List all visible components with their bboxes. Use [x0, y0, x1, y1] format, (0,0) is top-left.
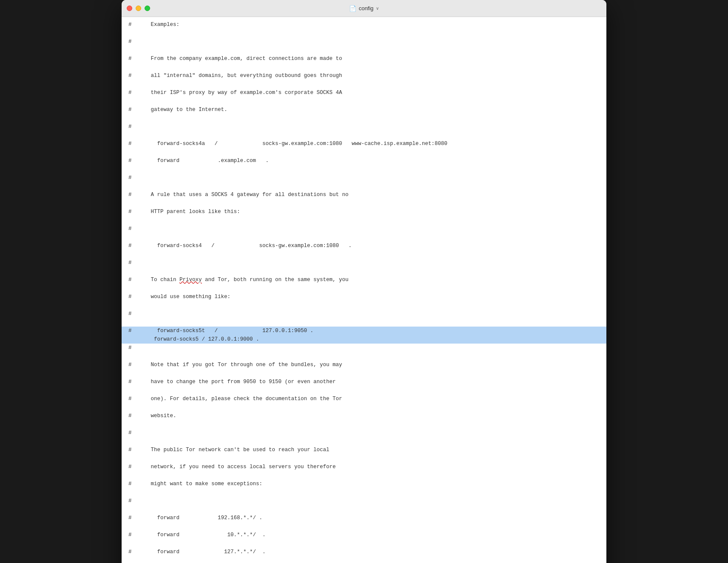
code-line: # forward-socks4a / socks-gw.example.com… — [128, 139, 600, 148]
privoxy-link: Privoxy — [179, 277, 202, 283]
highlighted-line: # forward-socks5t / 127.0.0.1:9050 . — [122, 327, 606, 335]
code-line: # — [128, 259, 600, 267]
title-area: 📄 config ∨ — [349, 5, 379, 12]
code-line: # all "internal" domains, but everything… — [128, 71, 600, 80]
code-line: # — [128, 497, 600, 505]
file-icon: 📄 — [349, 5, 356, 12]
title-chevron-icon: ∨ — [376, 6, 379, 11]
code-line: # their ISP's proxy by way of example.co… — [128, 88, 600, 97]
code-line: # The public Tor network can't be used t… — [128, 446, 600, 454]
code-line: # From the company example.com, direct c… — [128, 54, 600, 63]
traffic-lights — [127, 6, 150, 11]
main-window: 📄 config ∨ # Examples: # # From the comp… — [122, 0, 606, 563]
code-line: # network, if you need to access local s… — [128, 463, 600, 471]
code-line: # HTTP parent looks like this: — [128, 208, 600, 216]
window-title: config — [359, 5, 374, 11]
maximize-button[interactable] — [145, 6, 150, 11]
code-line: # — [128, 429, 600, 437]
code-line: # forward 127.*.*.*/ . — [128, 548, 600, 556]
editor-area[interactable]: # Examples: # # From the company example… — [122, 17, 606, 563]
code-line: # website. — [128, 412, 600, 420]
code-line: # might want to make some exceptions: — [128, 480, 600, 488]
code-line: # one). For details, please check the do… — [128, 395, 600, 403]
code-line: # Note that if you got Tor through one o… — [128, 361, 600, 369]
code-line: # — [128, 122, 600, 131]
code-line: # forward-socks4 / socks-gw.example.com:… — [128, 242, 600, 250]
code-line: # forward 192.168.*.*/ . — [128, 514, 600, 522]
code-line: # To chain Privoxy and Tor, both running… — [128, 276, 600, 284]
code-line: # forward 10.*.*.*/ . — [128, 531, 600, 539]
code-line: # — [128, 173, 600, 182]
minimize-button[interactable] — [136, 6, 141, 11]
code-line: # — [128, 225, 600, 233]
code-line: # forward .example.com . — [128, 156, 600, 165]
code-line: # gateway to the Internet. — [128, 105, 600, 114]
code-line: # A rule that uses a SOCKS 4 gateway for… — [128, 191, 600, 199]
highlighted-line: forward-socks5 / 127.0.0.1:9000 . — [122, 335, 606, 344]
code-line: # have to change the port from 9050 to 9… — [128, 378, 600, 386]
code-line: # — [128, 310, 600, 318]
code-line: # — [128, 344, 600, 352]
code-line: # would use something like: — [128, 293, 600, 301]
code-line: # Examples: — [128, 20, 600, 29]
close-button[interactable] — [127, 6, 132, 11]
code-line: # — [128, 37, 600, 46]
code-content: # Examples: # # From the company example… — [122, 17, 606, 563]
titlebar: 📄 config ∨ — [122, 0, 606, 17]
